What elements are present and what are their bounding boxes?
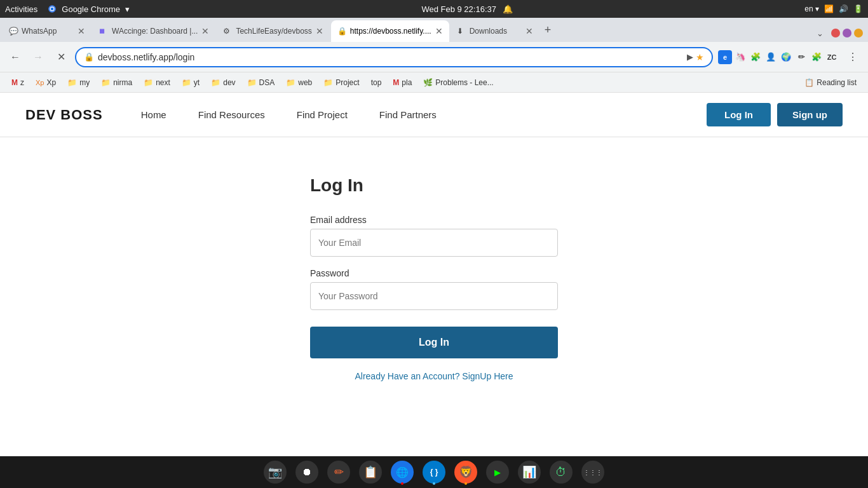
ext-icon-5[interactable]: 🌍 [779, 50, 793, 64]
taskbar-notes[interactable]: 📋 [359, 461, 382, 484]
bookmark-web[interactable]: 📁 web [281, 76, 317, 89]
activities-label[interactable]: Activities [5, 4, 37, 14]
bookmark-top[interactable]: top [366, 76, 387, 89]
page-content: DEV BOSS Home Find Resources Find Projec… [0, 93, 868, 474]
tab-close-downloads[interactable]: ✕ [526, 26, 533, 36]
os-datetime: Wed Feb 9 22:16:37 🔔 [421, 4, 513, 14]
bookmark-dsa[interactable]: 📁 DSA [242, 76, 280, 89]
tab-title-techlifeeasy: TechLifeEasy/devboss [236, 27, 311, 36]
reload-button[interactable]: ✕ [52, 48, 70, 66]
bookmark-yt[interactable]: 📁 yt [177, 76, 205, 89]
site-nav-buttons: Log In Sign up [707, 103, 843, 126]
taskbar-chrome[interactable]: 🌐 [391, 461, 414, 484]
bookmark-project-icon: 📁 [323, 78, 333, 87]
bookmarks-bar-right: 📋 Reading list [799, 76, 862, 89]
taskbar-terminal[interactable]: ▶ [486, 461, 509, 484]
bookmark-problems-icon: 🌿 [423, 78, 433, 87]
nav-login-button[interactable]: Log In [707, 103, 771, 126]
vscode-dot [433, 482, 435, 485]
forward-button[interactable]: → [29, 48, 47, 66]
bookmark-project[interactable]: 📁 Project [318, 76, 364, 89]
tab-close-waccinge[interactable]: ✕ [201, 26, 209, 36]
nav-find-resources[interactable]: Find Resources [198, 109, 265, 120]
taskbar-brave[interactable]: 🦁 [454, 461, 477, 484]
site-navbar: DEV BOSS Home Find Resources Find Projec… [0, 93, 868, 137]
taskbar-vscode[interactable]: { } [423, 461, 445, 484]
taskbar-timer[interactable]: ⏱ [550, 461, 573, 484]
chrome-browser: 💬 WhatsApp ✕ ◼ WAccinge: Dashboard |... … [0, 18, 868, 474]
email-input[interactable] [310, 229, 558, 257]
vscode-icon: { } [430, 468, 438, 477]
bookmark-z-icon: M [11, 78, 18, 87]
bookmark-xp-icon: Xp [36, 79, 44, 86]
bookmark-xp[interactable]: Xp Xp [31, 76, 61, 89]
ext-icon-1[interactable]: e [718, 50, 732, 64]
url-bar-actions: ▶ ★ [687, 52, 704, 62]
ext-icon-2[interactable]: 🦄 [733, 50, 747, 64]
bookmark-dev[interactable]: 📁 dev [206, 76, 240, 89]
reading-list-button[interactable]: 📋 Reading list [799, 76, 862, 89]
taskbar-slides[interactable]: 📊 [518, 461, 541, 484]
tab-techlifeeasy[interactable]: ⚙ TechLifeEasy/devboss ✕ [217, 20, 329, 42]
bookmark-problems[interactable]: 🌿 Problems - Lee... [418, 76, 498, 89]
tab-waccinge[interactable]: ◼ WAccinge: Dashboard |... ✕ [93, 20, 215, 42]
bookmark-dsa-label: DSA [259, 78, 275, 87]
back-button[interactable]: ← [6, 48, 24, 66]
signup-link[interactable]: Already Have an Account? SignUp Here [310, 371, 558, 381]
bookmark-dev-icon: 📁 [211, 78, 220, 87]
bookmark-nirma-label: nirma [113, 78, 132, 87]
bookmark-pla-icon: M [393, 78, 399, 87]
tab-favicon-whatsapp: 💬 [9, 27, 18, 36]
taskbar-camera[interactable]: 📷 [264, 461, 287, 484]
share-icon[interactable]: ▶ [687, 52, 693, 62]
chrome-menu-button[interactable]: ⋮ [844, 48, 862, 66]
reading-list-icon: 📋 [804, 78, 814, 87]
tab-title-waccinge: WAccinge: Dashboard |... [112, 27, 198, 36]
nav-home[interactable]: Home [141, 109, 166, 120]
tab-close-devboss[interactable]: ✕ [435, 26, 443, 36]
bookmark-yt-label: yt [194, 78, 200, 87]
taskbar: 📷 ⏺ ✏ 📋 🌐 { } 🦁 ▶ 📊 ⏱ ⋮⋮⋮ [0, 456, 868, 488]
tab-downloads[interactable]: ⬇ Downloads ✕ [451, 20, 539, 42]
bookmark-yt-icon: 📁 [182, 78, 191, 87]
tab-title-devboss: https://devboss.netlify.... [350, 27, 431, 36]
bookmark-my-icon: 📁 [67, 78, 77, 87]
nav-signup-button[interactable]: Sign up [777, 103, 843, 126]
bookmark-z-label: z [20, 78, 24, 87]
ext-icon-6[interactable]: ✏ [794, 50, 808, 64]
bookmark-pla[interactable]: M pla [388, 76, 417, 89]
slides-icon: 📊 [522, 465, 536, 479]
tab-favicon-techlifeeasy: ⚙ [223, 27, 232, 36]
ext-icon-puzzle[interactable]: 🧩 [810, 50, 824, 64]
taskbar-editor[interactable]: ✏ [327, 461, 350, 484]
url-bar[interactable]: 🔒 devboss.netlify.app/login ▶ ★ [75, 47, 713, 67]
taskbar-obs[interactable]: ⏺ [295, 461, 318, 484]
tab-close-techlifeeasy[interactable]: ✕ [316, 26, 323, 36]
chrome-circle-orange [854, 29, 863, 37]
bookmark-dsa-icon: 📁 [247, 78, 257, 87]
ext-icon-4[interactable]: 👤 [764, 50, 778, 64]
bookmark-my[interactable]: 📁 my [62, 76, 95, 89]
os-topbar: Activities Google Chrome ▾ Wed Feb 9 22:… [0, 0, 868, 18]
nav-find-project[interactable]: Find Project [297, 109, 348, 120]
ext-icon-3[interactable]: 🧩 [749, 50, 763, 64]
bookmark-next-icon: 📁 [144, 78, 153, 87]
login-submit-button[interactable]: Log In [310, 327, 558, 358]
taskbar-grid[interactable]: ⋮⋮⋮ [581, 461, 604, 484]
lock-icon: 🔒 [84, 52, 94, 62]
notes-icon: 📋 [363, 465, 377, 479]
tab-whatsapp[interactable]: 💬 WhatsApp ✕ [3, 20, 92, 42]
password-input[interactable] [310, 282, 558, 310]
bookmark-z[interactable]: M z [6, 76, 29, 89]
tab-devboss[interactable]: 🔒 https://devboss.netlify.... ✕ [331, 20, 449, 42]
bookmark-star-icon[interactable]: ★ [696, 52, 704, 62]
ext-icon-zc[interactable]: ZC [825, 50, 839, 64]
bookmark-next[interactable]: 📁 next [139, 76, 175, 89]
nav-find-partners[interactable]: Find Partners [379, 109, 437, 120]
tab-title-downloads: Downloads [470, 27, 522, 36]
reading-list-label: Reading list [817, 78, 857, 87]
new-tab-button[interactable]: + [541, 24, 555, 37]
tab-menu-button[interactable]: ⌄ [811, 24, 829, 42]
bookmark-nirma[interactable]: 📁 nirma [96, 76, 137, 89]
tab-close-whatsapp[interactable]: ✕ [78, 26, 85, 36]
